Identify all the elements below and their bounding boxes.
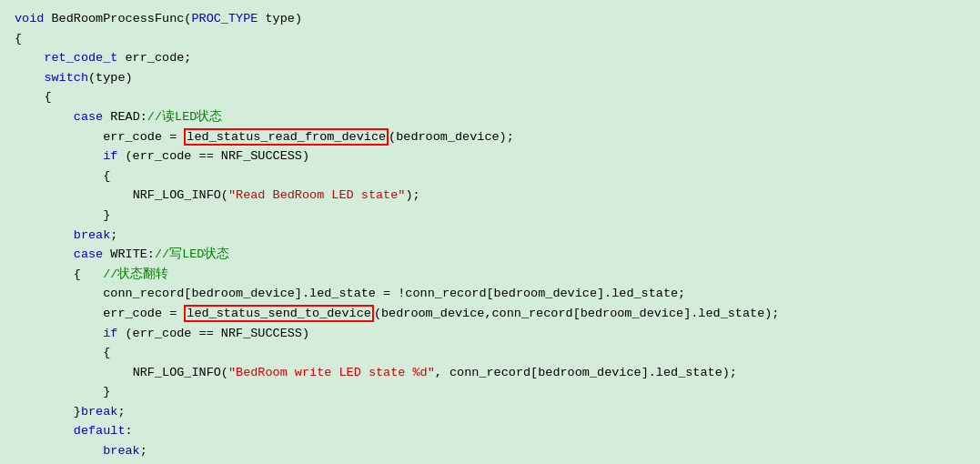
code-line-8: if (err_code == NRF_SUCCESS) bbox=[15, 146, 965, 166]
code-line-12: break; bbox=[15, 226, 965, 246]
code-line-11: } bbox=[15, 206, 965, 226]
code-line-19: NRF_LOG_INFO("BedRoom write LED state %d… bbox=[15, 363, 965, 383]
code-line-2: { bbox=[15, 29, 965, 49]
code-line-15: conn_record[bedroom_device].led_state = … bbox=[15, 284, 965, 304]
code-line-1: void BedRoomProcessFunc(PROC_TYPE type) bbox=[15, 9, 965, 29]
code-line-4: switch(type) bbox=[15, 68, 965, 88]
code-line-9: { bbox=[15, 166, 965, 187]
code-line-21: }break; bbox=[15, 402, 965, 422]
code-line-14: { //状态翻转 bbox=[15, 265, 965, 285]
code-line-23: break; bbox=[15, 441, 965, 461]
highlight-write: led_status_send_to_device bbox=[184, 305, 374, 322]
code-line-10: NRF_LOG_INFO("Read BedRoom LED state"); bbox=[15, 186, 965, 206]
code-line-22: default: bbox=[15, 421, 965, 441]
code-line-17: if (err_code == NRF_SUCCESS) bbox=[15, 324, 965, 344]
code-line-7: err_code = led_status_read_from_device(b… bbox=[15, 127, 965, 147]
code-line-13: case WRITE://写LED状态 bbox=[15, 245, 965, 265]
code-line-16: err_code = led_status_send_to_device(bed… bbox=[15, 304, 965, 324]
highlight-read: led_status_read_from_device bbox=[184, 128, 389, 146]
keyword-void: void bbox=[15, 12, 44, 25]
code-line-6: case READ://读LED状态 bbox=[15, 107, 965, 127]
code-container: void BedRoomProcessFunc(PROC_TYPE type) … bbox=[0, 0, 980, 464]
fn-name: BedRoomProcessFunc bbox=[52, 12, 185, 25]
code-line-20: } bbox=[15, 382, 965, 402]
code-line-3: ret_code_t err_code; bbox=[15, 48, 965, 68]
code-line-5: { bbox=[15, 87, 965, 107]
code-line-18: { bbox=[15, 343, 965, 363]
code-line-24: } bbox=[15, 461, 965, 464]
